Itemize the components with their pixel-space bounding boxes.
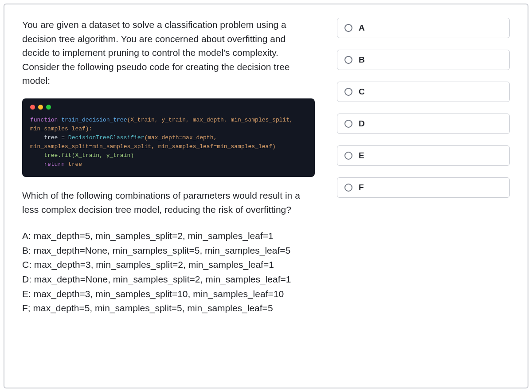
answer-option-f[interactable]: F	[337, 177, 510, 198]
answer-options-text: A: max_depth=5, min_samples_split=2, min…	[22, 229, 315, 315]
radio-icon	[344, 88, 352, 96]
radio-icon	[344, 152, 352, 160]
answer-label: E	[359, 151, 364, 161]
answer-label: A	[359, 23, 365, 33]
option-text-e: E: max_depth=3, min_samples_split=10, mi…	[22, 287, 315, 302]
radio-icon	[344, 120, 352, 128]
answer-label: D	[359, 119, 365, 129]
option-text-a: A: max_depth=5, min_samples_split=2, min…	[22, 229, 315, 243]
answer-option-b[interactable]: B	[337, 50, 510, 70]
answer-label: F	[359, 183, 364, 192]
option-text-c: C: max_depth=3, min_samples_split=2, min…	[22, 258, 315, 272]
question-column: You are given a dataset to solve a class…	[22, 18, 315, 374]
code-block: function train_decision_tree(X_train, y_…	[22, 98, 315, 177]
answer-label: C	[359, 87, 365, 97]
window-dot-green	[46, 105, 51, 110]
question-intro-text: You are given a dataset to solve a class…	[22, 18, 315, 88]
code-line-1: function train_decision_tree(X_train, y_…	[30, 116, 307, 133]
answer-option-c[interactable]: C	[337, 82, 510, 102]
answer-option-a[interactable]: A	[337, 18, 510, 38]
answer-label: B	[359, 55, 365, 65]
option-text-d: D: max_depth=None, min_samples_split=2, …	[22, 272, 315, 287]
code-line-2: tree = DecisionTreeClassifier(max_depth=…	[30, 133, 307, 151]
radio-icon	[344, 184, 352, 192]
code-line-4: return tree	[30, 160, 307, 169]
radio-icon	[344, 56, 352, 64]
option-text-f: F; max_depth=5, min_samples_split=5, min…	[22, 301, 315, 316]
code-window-dots	[30, 105, 307, 110]
quiz-frame: You are given a dataset to solve a class…	[4, 4, 528, 388]
code-line-3: tree.fit(X_train, y_train)	[30, 151, 307, 160]
answer-option-d[interactable]: D	[337, 114, 510, 134]
question-follow-text: Which of the following combinations of p…	[22, 188, 315, 216]
radio-icon	[344, 24, 352, 32]
window-dot-red	[30, 105, 35, 110]
answer-option-e[interactable]: E	[337, 145, 510, 166]
answer-buttons-column: A B C D E F	[337, 18, 510, 374]
window-dot-yellow	[38, 105, 43, 110]
option-text-b: B: max_depth=None, min_samples_split=5, …	[22, 243, 315, 258]
